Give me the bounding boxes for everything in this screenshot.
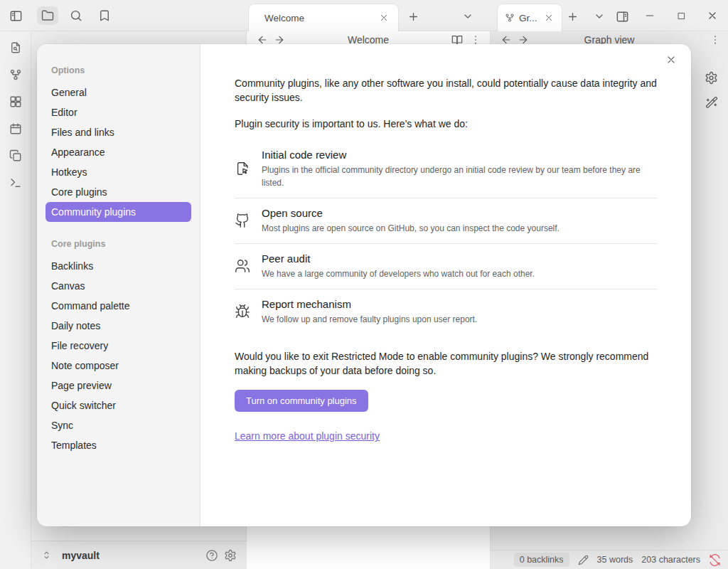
- file-search-icon: [9, 41, 22, 54]
- sidebar-item-note-composer[interactable]: Note composer: [46, 356, 191, 376]
- sidebar-item-page-preview[interactable]: Page preview: [46, 376, 191, 395]
- help-icon: [205, 549, 218, 562]
- github-icon: [235, 213, 250, 228]
- word-count: 35 words: [597, 555, 633, 565]
- security-item-title: Report mechanism: [262, 298, 477, 310]
- vault-switcher-button[interactable]: [41, 550, 52, 560]
- window-close-button[interactable]: [697, 0, 728, 31]
- wand-sparkles-icon: [705, 96, 718, 109]
- bookmarks-view-button[interactable]: [94, 6, 115, 25]
- sidebar-item-file-recovery[interactable]: File recovery: [46, 336, 191, 356]
- security-item-description: We follow up and remove faulty plugins u…: [262, 313, 477, 326]
- search-icon: [70, 9, 82, 22]
- daily-note-button[interactable]: [9, 122, 22, 135]
- vault-name: myvault: [62, 550, 200, 561]
- sidebar-item-quick-switcher[interactable]: Quick switcher: [46, 395, 191, 415]
- pencil-icon: [578, 555, 589, 565]
- graph-settings-button[interactable]: [705, 71, 718, 85]
- sidebar-item-community-plugins[interactable]: Community plugins: [46, 202, 191, 222]
- options-heading: Options: [51, 65, 200, 75]
- graph-filter-button[interactable]: [705, 96, 718, 109]
- security-item-description: Most plugins are open source on GitHub, …: [262, 222, 560, 235]
- sync-off-icon: [709, 554, 721, 566]
- graph-controls: [705, 71, 718, 109]
- quick-switcher-button[interactable]: [9, 41, 22, 54]
- security-item-description: Plugins in the official community direct…: [262, 164, 657, 189]
- panel-left-icon: [9, 9, 23, 23]
- sidebar-item-backlinks[interactable]: Backlinks: [46, 256, 191, 276]
- ribbon-top: [0, 0, 31, 31]
- gear-icon: [705, 71, 718, 85]
- panel-right-icon: [616, 10, 629, 23]
- security-item-description: We have a large community of developers …: [262, 267, 535, 280]
- pane-actions: [710, 34, 721, 46]
- core-plugins-heading: Core plugins: [51, 239, 200, 249]
- plus-icon: [407, 11, 419, 23]
- new-tab-button[interactable]: [405, 9, 421, 24]
- tab-welcome[interactable]: Welcome: [249, 4, 398, 31]
- search-view-button[interactable]: [65, 6, 87, 25]
- graph-icon: [505, 13, 515, 23]
- tab-graph-view[interactable]: Gr...: [498, 4, 562, 31]
- open-terminal-button[interactable]: [9, 176, 22, 189]
- toggle-left-sidebar-button[interactable]: [9, 9, 23, 23]
- open-graph-button[interactable]: [9, 68, 22, 81]
- insert-template-button[interactable]: [9, 149, 22, 162]
- sidebar-item-command-palette[interactable]: Command palette: [46, 296, 191, 316]
- security-item-initial-code-review: Initial code review Plugins in the offic…: [235, 140, 657, 198]
- tab-welcome-label: Welcome: [264, 13, 377, 23]
- minimize-icon: [644, 10, 655, 21]
- security-item-title: Peer audit: [262, 252, 535, 265]
- plus-icon: [567, 11, 579, 23]
- restricted-mode-question: Would you like to exit Restricted Mode t…: [235, 350, 657, 378]
- window-minimize-button[interactable]: [634, 0, 665, 31]
- plugin-security-link[interactable]: Learn more about plugin security: [235, 430, 380, 442]
- chevron-down-icon: [462, 11, 473, 22]
- vault-bar: myvault: [31, 541, 247, 569]
- sidebar-item-files-and-links[interactable]: Files and links: [46, 122, 191, 142]
- gear-icon: [224, 549, 237, 562]
- sidebar-item-editor[interactable]: Editor: [46, 102, 191, 122]
- security-item-open-source: Open source Most plugins are open source…: [235, 198, 657, 244]
- sync-status-button[interactable]: [709, 554, 721, 566]
- more-options-button[interactable]: [710, 34, 721, 46]
- tab-welcome-close-button[interactable]: [377, 11, 391, 25]
- new-canvas-button[interactable]: [9, 95, 22, 108]
- users-icon: [235, 258, 250, 274]
- security-item-peer-audit: Peer audit We have a large community of …: [235, 244, 657, 289]
- close-icon: [544, 13, 554, 23]
- tab-list-dropdown-button[interactable]: [460, 9, 476, 24]
- new-tab-right-button[interactable]: [564, 9, 580, 24]
- sidebar-item-canvas[interactable]: Canvas: [46, 276, 191, 296]
- left-ribbon: [0, 31, 31, 569]
- security-item-title: Initial code review: [262, 149, 657, 161]
- sidebar-item-general[interactable]: General: [46, 83, 191, 102]
- file-pointer-icon: [235, 161, 250, 176]
- maximize-icon: [677, 11, 686, 21]
- close-icon: [707, 10, 718, 21]
- sidebar-item-templates[interactable]: Templates: [46, 435, 191, 455]
- turn-on-community-plugins-button[interactable]: Turn on community plugins: [235, 390, 368, 412]
- modal-close-button[interactable]: [663, 51, 680, 68]
- tab-graph-close-button[interactable]: [542, 11, 556, 25]
- settings-button[interactable]: [224, 549, 237, 562]
- help-button[interactable]: [205, 549, 218, 562]
- sidebar-item-sync[interactable]: Sync: [46, 415, 191, 435]
- sidebar-item-daily-notes[interactable]: Daily notes: [46, 316, 191, 336]
- intro-paragraph: Community plugins, like any other softwa…: [235, 77, 657, 105]
- window-controls: [634, 0, 728, 31]
- window-maximize-button[interactable]: [665, 0, 697, 31]
- folder-icon: [41, 9, 54, 22]
- dots-vertical-icon: [710, 34, 721, 46]
- files-view-button[interactable]: [37, 6, 58, 25]
- graph-icon: [9, 68, 22, 81]
- sidebar-item-appearance[interactable]: Appearance: [46, 142, 191, 162]
- backlinks-count: 0 backlinks: [514, 553, 569, 567]
- bug-icon: [235, 304, 250, 319]
- sidebar-item-core-plugins[interactable]: Core plugins: [46, 182, 191, 202]
- toggle-right-sidebar-button[interactable]: [614, 9, 630, 24]
- tab-list-right-dropdown-button[interactable]: [592, 9, 607, 24]
- sidebar-item-hotkeys[interactable]: Hotkeys: [46, 162, 191, 182]
- bookmark-icon: [98, 9, 111, 22]
- close-icon: [379, 13, 389, 23]
